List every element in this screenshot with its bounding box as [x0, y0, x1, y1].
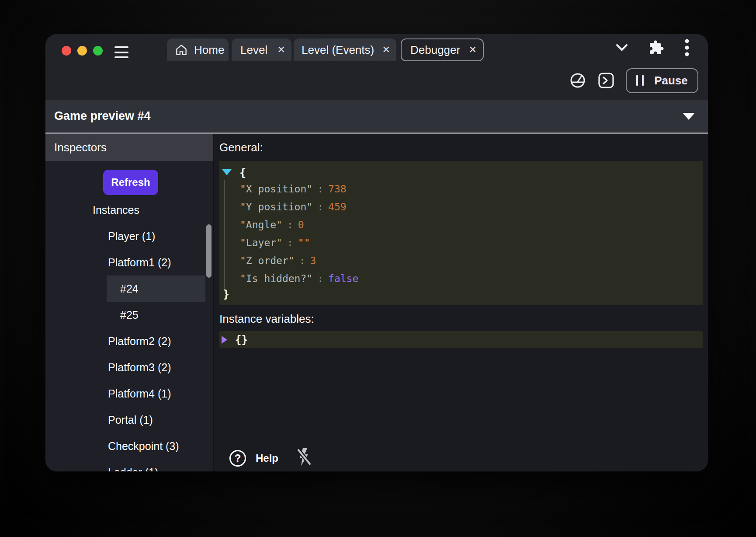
open-brace: { — [239, 166, 246, 179]
close-tab-icon[interactable]: ✕ — [277, 45, 285, 55]
game-preview-label: Game preview #4 — [54, 109, 151, 123]
kebab-menu-icon[interactable] — [684, 38, 690, 57]
close-tab-icon[interactable]: ✕ — [469, 45, 477, 55]
tab-home[interactable]: Home — [167, 38, 229, 61]
instance-variables-json: {} — [219, 331, 703, 348]
general-properties-json: { "X position":738 "Y position":459 "Ang… — [219, 161, 703, 305]
help-question-icon: ? — [229, 450, 246, 467]
tree-item-platform4[interactable]: Platform4 (1) — [45, 380, 213, 407]
instance-variables-label: Instance variables: — [219, 312, 703, 326]
minimize-window-button[interactable] — [77, 46, 87, 56]
debugger-content: Inspectors Refresh Instances Player (1) … — [45, 134, 708, 471]
profiler-gauge-icon[interactable] — [569, 72, 586, 89]
tree-item-portal[interactable]: Portal (1) — [45, 407, 213, 433]
sidebar-scrollbar-thumb[interactable] — [206, 224, 212, 278]
tree-item-instance-25[interactable]: #25 — [45, 302, 213, 328]
tab-bar-actions — [615, 34, 708, 61]
close-tab-icon[interactable]: ✕ — [382, 45, 390, 55]
pause-button-label: Pause — [654, 74, 688, 87]
help-button[interactable]: ? Help — [229, 450, 278, 467]
title-bar: Home Level ✕ Level (Events) ✕ Debugger ✕ — [45, 34, 708, 100]
property-x-position: "X position":738 — [222, 180, 703, 198]
tab-label: Level — [240, 43, 267, 57]
collapse-arrow-icon[interactable] — [222, 169, 232, 175]
tab-bar: Home Level ✕ Level (Events) ✕ Debugger ✕ — [45, 34, 708, 61]
game-preview-select[interactable]: Game preview #4 — [45, 100, 708, 133]
indent-guide — [224, 180, 225, 289]
flash-off-icon[interactable] — [297, 447, 312, 469]
tree-item-ladder[interactable]: Ladder (1) — [45, 459, 213, 471]
expand-arrow-icon[interactable] — [222, 336, 227, 344]
app-window: Home Level ✕ Level (Events) ✕ Debugger ✕ — [45, 34, 708, 471]
inspector-detail-panel: General: { "X position":738 "Y position"… — [214, 134, 708, 471]
property-y-position: "Y position":459 — [222, 198, 703, 216]
home-icon — [175, 43, 188, 56]
main-menu-icon[interactable] — [114, 46, 128, 58]
tree-item-instance-24[interactable]: #24 — [45, 275, 213, 302]
bottom-actions: ? Help — [229, 448, 312, 469]
json-root-line: { — [222, 164, 703, 180]
inspectors-sidebar: Inspectors Refresh Instances Player (1) … — [45, 134, 213, 471]
tab-level-events[interactable]: Level (Events) ✕ — [294, 38, 396, 61]
instances-tree: Instances Player (1) Platform1 (2) #24 #… — [45, 197, 213, 471]
property-z-order: "Z order":3 — [222, 252, 703, 270]
tree-item-platform3[interactable]: Platform3 (2) — [45, 354, 213, 380]
tree-item-checkpoint[interactable]: Checkpoint (3) — [45, 433, 213, 459]
debugger-toolbar: Pause — [45, 61, 708, 100]
close-window-button[interactable] — [62, 46, 71, 56]
traffic-lights — [62, 46, 103, 56]
dropdown-caret-icon — [683, 113, 695, 120]
console-icon[interactable] — [598, 72, 614, 89]
chevron-down-icon[interactable] — [615, 43, 628, 52]
property-angle: "Angle":0 — [222, 216, 703, 234]
selected-row-highlight: #24 — [107, 275, 205, 302]
empty-object-value: {} — [235, 334, 248, 346]
tree-item-instances[interactable]: Instances — [45, 197, 213, 223]
tab-label: Debugger — [410, 43, 460, 57]
zoom-window-button[interactable] — [93, 46, 103, 56]
refresh-button[interactable]: Refresh — [103, 170, 158, 195]
general-section-label: General: — [219, 141, 703, 154]
tree-item-platform2[interactable]: Platform2 (2) — [45, 328, 213, 354]
help-button-label: Help — [256, 452, 278, 464]
pause-icon — [636, 75, 644, 86]
tree-item-platform1[interactable]: Platform1 (2) — [45, 249, 213, 275]
tree-item-player[interactable]: Player (1) — [45, 223, 213, 249]
tab-level[interactable]: Level ✕ — [232, 38, 291, 61]
tab-label: Level (Events) — [302, 43, 374, 57]
property-layer: "Layer":"" — [222, 234, 703, 252]
pause-button[interactable]: Pause — [626, 68, 698, 93]
json-close-line: } — [222, 288, 703, 303]
tab-debugger[interactable]: Debugger ✕ — [401, 38, 484, 61]
tab-label: Home — [194, 43, 224, 57]
property-is-hidden: "Is hidden?":false — [222, 270, 703, 288]
extensions-puzzle-icon[interactable] — [648, 40, 664, 56]
inspectors-header: Inspectors — [45, 134, 213, 161]
